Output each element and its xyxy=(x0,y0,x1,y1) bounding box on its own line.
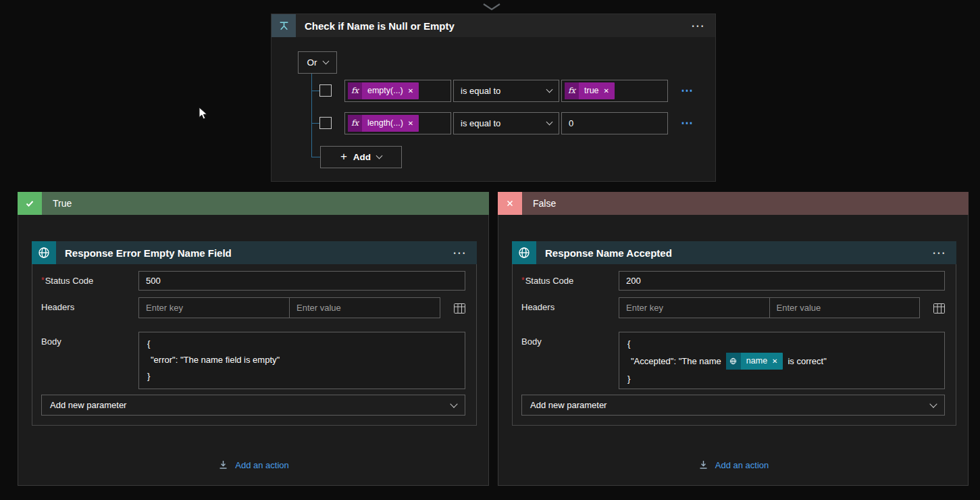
condition-title: Check if Name is Null or Empty xyxy=(305,20,455,32)
join-operator-dropdown[interactable]: Or xyxy=(298,51,337,74)
close-icon[interactable]: ✕ xyxy=(604,87,615,95)
join-operator-value: Or xyxy=(307,57,317,68)
condition-value-field[interactable]: 0 xyxy=(561,112,668,134)
condition-card: Check if Name is Null or Empty ⋯ Or fx e… xyxy=(271,14,716,182)
condition-operand-field[interactable]: fx length(...) ✕ xyxy=(344,112,451,134)
add-action-icon xyxy=(698,459,709,470)
chevron-down-icon xyxy=(376,153,383,159)
status-code-input[interactable] xyxy=(619,271,945,291)
action-card-body: *Status Code Headers Body { xyxy=(513,264,956,416)
headers-label: Headers xyxy=(41,297,138,318)
body-label: Body xyxy=(521,332,619,389)
connector-line xyxy=(311,74,312,157)
expression-token[interactable]: fx empty(...) ✕ xyxy=(348,82,419,99)
body-row: Body { "error": "The name field is empty… xyxy=(41,332,465,389)
header-value-input[interactable] xyxy=(289,297,440,318)
fx-icon: fx xyxy=(348,82,362,99)
action-card-body: *Status Code Headers Body { xyxy=(32,264,476,416)
chevron-down-icon xyxy=(546,118,553,125)
branch-label: False xyxy=(533,198,556,209)
header-key-input[interactable] xyxy=(619,297,770,318)
status-code-row: *Status Code xyxy=(41,271,465,291)
chevron-down-icon xyxy=(929,400,937,407)
close-icon[interactable]: ✕ xyxy=(408,120,419,127)
condition-card-header[interactable]: Check if Name is Null or Empty ⋯ xyxy=(272,14,715,37)
response-action-card: Response Name Accepted ⋯ *Status Code He… xyxy=(512,241,956,426)
headers-inputs xyxy=(138,297,440,318)
condition-row: fx length(...) ✕ is equal to 0 ⋯ xyxy=(319,111,697,134)
add-new-parameter-dropdown[interactable]: Add new parameter xyxy=(521,395,945,416)
fx-icon: fx xyxy=(348,115,362,132)
response-icon xyxy=(32,241,56,264)
required-asterisk: * xyxy=(521,276,525,285)
fx-icon: fx xyxy=(565,82,579,99)
condition-operator-select[interactable]: is equal to xyxy=(453,112,559,134)
switch-headers-mode-button[interactable] xyxy=(454,302,465,314)
add-action-icon xyxy=(217,459,229,470)
add-action-button[interactable]: Add an action xyxy=(18,459,488,470)
mouse-cursor xyxy=(199,107,208,120)
condition-row-checkbox[interactable] xyxy=(319,84,332,97)
close-icon[interactable]: ✕ xyxy=(772,357,783,365)
body-editor[interactable]: { "Accepted": "The name name ✕ xyxy=(619,332,945,389)
dynamic-token-icon xyxy=(726,353,741,370)
cross-icon xyxy=(498,192,522,215)
connector-line xyxy=(311,123,319,124)
headers-row: Headers xyxy=(41,297,465,318)
body-row: Body { "Accepted": "The name name xyxy=(521,332,945,389)
chevron-down-icon xyxy=(546,86,553,93)
action-card-header[interactable]: Response Name Accepted ⋯ xyxy=(512,241,956,264)
condition-icon xyxy=(272,14,296,37)
condition-body: Or fx empty(...) ✕ is equal to fx true xyxy=(272,37,715,181)
true-branch-header: True xyxy=(18,192,489,215)
status-code-label: *Status Code xyxy=(521,271,619,291)
headers-row: Headers xyxy=(521,297,945,318)
chevron-down-icon xyxy=(450,400,457,407)
row-menu-button[interactable]: ⋯ xyxy=(677,116,697,130)
true-branch: True Response Error Empty Name Field ⋯ *… xyxy=(18,192,489,486)
body-label: Body xyxy=(41,332,138,389)
connector-chevron-icon xyxy=(482,2,502,11)
chevron-down-icon xyxy=(322,58,329,65)
action-card-header[interactable]: Response Error Empty Name Field ⋯ xyxy=(32,241,477,264)
action-menu-button[interactable]: ⋯ xyxy=(451,246,467,259)
body-editor[interactable]: { "error": "The name field is empty" } xyxy=(138,332,465,389)
header-value-input[interactable] xyxy=(769,297,921,318)
status-code-input[interactable] xyxy=(138,271,465,291)
status-code-row: *Status Code xyxy=(521,271,945,291)
headers-label: Headers xyxy=(521,297,619,318)
condition-operator-select[interactable]: is equal to xyxy=(453,80,559,102)
condition-row-checkbox[interactable] xyxy=(319,117,332,129)
add-action-button[interactable]: Add an action xyxy=(498,459,968,470)
connector-line xyxy=(311,91,319,91)
condition-operand-field[interactable]: fx empty(...) ✕ xyxy=(344,80,451,102)
add-new-parameter-dropdown[interactable]: Add new parameter xyxy=(41,395,465,416)
required-asterisk: * xyxy=(41,276,45,285)
check-icon xyxy=(18,192,42,215)
headers-inputs xyxy=(619,297,920,318)
action-menu-button[interactable]: ⋯ xyxy=(931,246,947,259)
response-action-card: Response Error Empty Name Field ⋯ *Statu… xyxy=(32,241,477,426)
close-icon[interactable]: ✕ xyxy=(408,87,419,95)
condition-row: fx empty(...) ✕ is equal to fx true ✕ ⋯ xyxy=(319,79,697,102)
false-branch: False Response Name Accepted ⋯ *Status C… xyxy=(498,192,969,486)
dynamic-content-token[interactable]: name ✕ xyxy=(726,353,783,370)
action-title: Response Error Empty Name Field xyxy=(65,247,232,259)
branch-label: True xyxy=(53,198,72,209)
expression-token[interactable]: fx length(...) ✕ xyxy=(348,115,419,132)
false-branch-header: False xyxy=(498,192,969,215)
flow-designer-canvas: { "colors": { "accent_blue": "#4a9eea", … xyxy=(0,0,980,500)
condition-value-field[interactable]: fx true ✕ xyxy=(561,80,668,102)
action-title: Response Name Accepted xyxy=(545,247,672,259)
status-code-label: *Status Code xyxy=(41,271,138,291)
response-icon xyxy=(512,241,536,264)
row-menu-button[interactable]: ⋯ xyxy=(677,84,697,97)
condition-menu-button[interactable]: ⋯ xyxy=(690,19,706,32)
add-condition-dropdown[interactable]: + Add xyxy=(320,146,402,168)
header-key-input[interactable] xyxy=(138,297,290,318)
plus-icon: + xyxy=(340,150,347,164)
expression-token[interactable]: fx true ✕ xyxy=(565,82,615,99)
switch-headers-mode-button[interactable] xyxy=(933,302,945,314)
connector-line xyxy=(311,157,320,157)
